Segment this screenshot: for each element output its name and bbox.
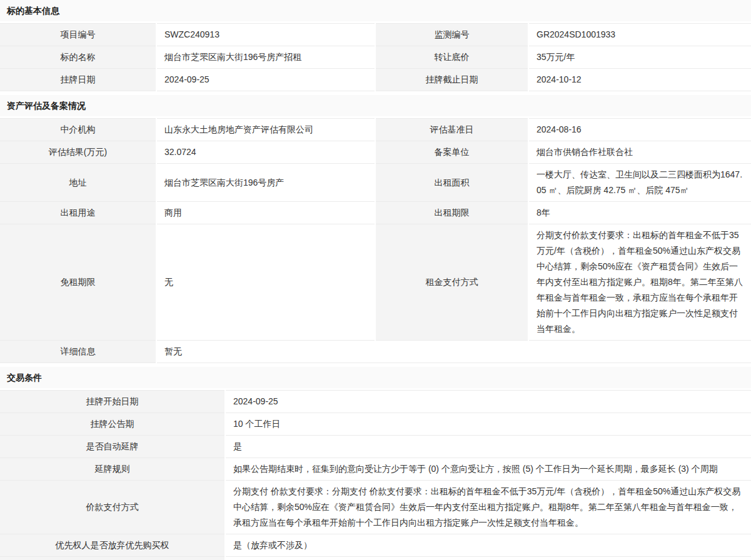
field-value: 山东永大土地房地产资产评估有限公司 (156, 119, 375, 141)
field-label: 挂牌开始日期 (0, 391, 225, 413)
asset-evaluation-table: 中介机构 山东永大土地房地产资产评估有限公司 评估基准日 2024-08-16 … (0, 118, 751, 363)
table-row: 挂牌公告期 10 个工作日 (0, 413, 751, 436)
field-value: 一楼大厅、传达室、卫生间以及二三四楼面积为1647.05 ㎡、后院厨房 42.7… (528, 164, 751, 202)
field-value: 2024-08-16 (528, 119, 751, 141)
table-row: 是否自动延牌 是 (0, 436, 751, 458)
field-value: 商用 (156, 202, 375, 224)
field-label: 是否自动延牌 (0, 436, 225, 458)
field-label: 出租面积 (375, 164, 528, 202)
field-label: 价款支付方式 (0, 481, 225, 534)
table-row: 价款支付方式 分期支付 价款支付要求：分期支付 价款支付要求：出租标的首年租金不… (0, 481, 751, 534)
section-title-basic-info: 标的基本信息 (0, 0, 751, 21)
field-label: 地址 (0, 164, 156, 202)
field-value (225, 557, 751, 560)
table-row: 优先权人是否放弃优先购买权 是（放弃或不涉及） (0, 534, 751, 557)
field-label: 监测编号 (375, 24, 528, 46)
field-label: 出租用途 (0, 202, 156, 224)
field-label: 转让底价 (375, 46, 528, 69)
basic-info-table: 项目编号 SWZC240913 监测编号 GR2024SD1001933 标的名… (0, 23, 751, 91)
field-value: 烟台市供销合作社联合社 (528, 141, 751, 164)
table-row: 地址 烟台市芝罘区南大街196号房产 出租面积 一楼大厅、传达室、卫生间以及二三… (0, 164, 751, 202)
field-label: 详细信息 (0, 341, 156, 363)
table-row: 中介机构 山东永大土地房地产资产评估有限公司 评估基准日 2024-08-16 (0, 119, 751, 141)
table-row: 评估结果(万元) 32.0724 备案单位 烟台市供销合作社联合社 (0, 141, 751, 164)
field-value: SWZC240913 (156, 24, 375, 46)
table-row: 挂牌日期 2024-09-25 挂牌截止日期 2024-10-12 (0, 69, 751, 91)
field-value: 10 个工作日 (225, 413, 751, 436)
field-value: 烟台市芝罘区南大街196号房产招租 (156, 46, 375, 69)
field-label: 租金支付方式 (375, 224, 528, 341)
field-value: GR2024SD1001933 (528, 24, 751, 46)
field-label (0, 557, 225, 560)
field-label: 挂牌公告期 (0, 413, 225, 436)
field-label: 备案单位 (375, 141, 528, 164)
field-value: 如果公告期结束时，征集到的意向受让方少于等于 (0) 个意向受让方，按照 (5)… (225, 458, 751, 481)
field-value: 分期支付 价款支付要求：分期支付 价款支付要求：出租标的首年租金不低于35万元/… (225, 481, 751, 534)
field-label: 中介机构 (0, 119, 156, 141)
trade-conditions-table: 挂牌开始日期 2024-09-25 挂牌公告期 10 个工作日 是否自动延牌 是… (0, 390, 751, 560)
field-value: 2024-09-25 (225, 391, 751, 413)
field-label: 项目编号 (0, 24, 156, 46)
table-row: 出租用途 商用 出租期限 8年 (0, 202, 751, 224)
field-value: 暂无 (156, 341, 751, 363)
section-basic-info: 标的基本信息 项目编号 SWZC240913 监测编号 GR2024SD1001… (0, 0, 751, 91)
table-row-partial (0, 557, 751, 560)
table-row: 详细信息 暂无 (0, 341, 751, 363)
field-value: 32.0724 (156, 141, 375, 164)
field-value: 35万元/年 (528, 46, 751, 69)
field-label: 挂牌截止日期 (375, 69, 528, 91)
field-value: 烟台市芝罘区南大街196号房产 (156, 164, 375, 202)
table-row: 免租期限 无 租金支付方式 分期支付价款支付要求：出租标的首年租金不低于35万元… (0, 224, 751, 341)
section-trade-conditions: 交易条件 挂牌开始日期 2024-09-25 挂牌公告期 10 个工作日 是否自… (0, 367, 751, 560)
field-label: 延牌规则 (0, 458, 225, 481)
section-asset-evaluation: 资产评估及备案情况 中介机构 山东永大土地房地产资产评估有限公司 评估基准日 2… (0, 95, 751, 363)
field-label: 评估基准日 (375, 119, 528, 141)
field-value: 是（放弃或不涉及） (225, 534, 751, 557)
field-label: 标的名称 (0, 46, 156, 69)
field-label: 出租期限 (375, 202, 528, 224)
field-label: 优先权人是否放弃优先购买权 (0, 534, 225, 557)
field-value: 分期支付价款支付要求：出租标的首年租金不低于35万元/年（含税价），首年租金50… (528, 224, 751, 341)
field-value: 2024-10-12 (528, 69, 751, 91)
table-row: 挂牌开始日期 2024-09-25 (0, 391, 751, 413)
field-label: 挂牌日期 (0, 69, 156, 91)
table-row: 延牌规则 如果公告期结束时，征集到的意向受让方少于等于 (0) 个意向受让方，按… (0, 458, 751, 481)
table-row: 标的名称 烟台市芝罘区南大街196号房产招租 转让底价 35万元/年 (0, 46, 751, 69)
field-value: 是 (225, 436, 751, 458)
field-value: 2024-09-25 (156, 69, 375, 91)
table-row: 项目编号 SWZC240913 监测编号 GR2024SD1001933 (0, 24, 751, 46)
field-value: 无 (156, 224, 375, 341)
section-title-trade-conditions: 交易条件 (0, 367, 751, 388)
section-title-asset-evaluation: 资产评估及备案情况 (0, 95, 751, 116)
field-value: 8年 (528, 202, 751, 224)
field-label: 评估结果(万元) (0, 141, 156, 164)
field-label: 免租期限 (0, 224, 156, 341)
